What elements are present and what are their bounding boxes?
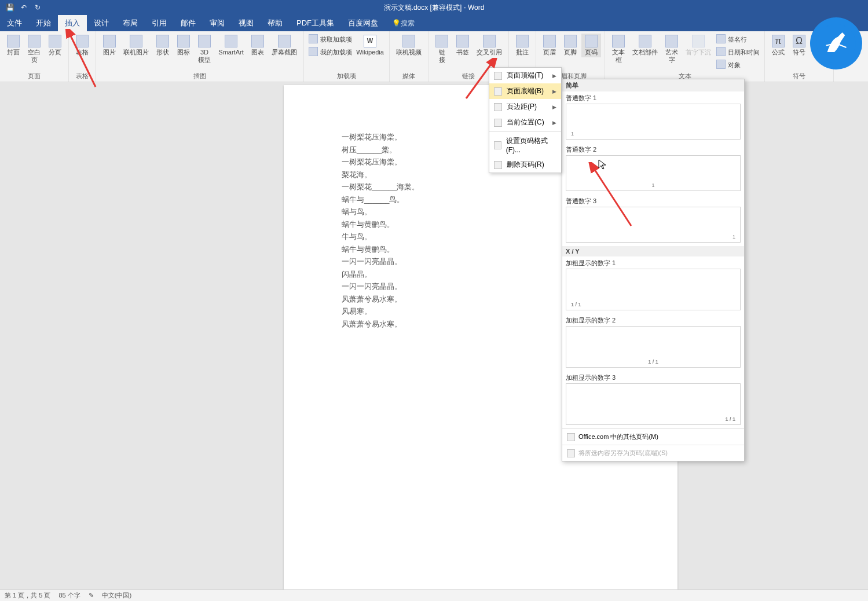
online-pics-button[interactable]: 联机图片 xyxy=(120,34,152,65)
tab-review[interactable]: 审阅 xyxy=(203,15,232,31)
tab-pdf-tools[interactable]: PDF工具集 xyxy=(290,15,341,31)
icons-button[interactable]: 图标 xyxy=(174,34,193,65)
wikipedia-button[interactable]: WWikipedia xyxy=(354,34,386,58)
online-video-button[interactable]: 联机视频 xyxy=(393,34,424,57)
gallery-save-selection: 将所选内容另存为页码(底端)(S) xyxy=(562,445,744,461)
menu-top-of-page[interactable]: 页面顶端(T)▶ xyxy=(489,68,561,83)
object-button[interactable]: 对象 xyxy=(715,59,761,71)
gallery-more-office[interactable]: Office.com 中的其他页码(M) xyxy=(562,428,744,445)
wordart-button[interactable]: 艺术字 xyxy=(662,34,682,71)
tab-help[interactable]: 帮助 xyxy=(261,15,290,31)
symbol-button[interactable]: Ω符号 xyxy=(789,34,809,57)
tab-mailings[interactable]: 邮件 xyxy=(174,15,203,31)
ribbon: 封面 空白页 分页 页面 表格 表格 图片 联机图片 形状 图标 3D 模型 S… xyxy=(0,31,868,82)
gallery-plain-1[interactable]: 1 xyxy=(566,104,741,140)
page-top-icon xyxy=(494,72,502,80)
group-media: 联机视频 媒体 xyxy=(390,31,428,82)
page-number-button[interactable]: 页码 xyxy=(581,34,601,57)
textbox-button[interactable]: 文本框 xyxy=(609,34,628,71)
page-break-button[interactable]: 分页 xyxy=(45,34,65,65)
tell-me-search[interactable]: 💡 搜索 xyxy=(392,15,415,31)
save-icon[interactable]: 💾 xyxy=(6,3,14,12)
page-margin-icon xyxy=(494,103,502,111)
status-spellcheck-icon[interactable]: ✎ xyxy=(89,592,94,599)
status-language[interactable]: 中文(中国) xyxy=(102,591,131,600)
gallery-section-xy: X / Y xyxy=(562,246,744,256)
smartart-button[interactable]: SmartArt xyxy=(215,34,247,65)
remove-icon xyxy=(494,161,502,169)
pictures-button[interactable]: 图片 xyxy=(100,34,119,65)
group-tables: 表格 表格 xyxy=(69,31,96,82)
quickparts-button[interactable]: 文档部件 xyxy=(629,34,661,71)
tab-references[interactable]: 引用 xyxy=(145,15,174,31)
tab-baidu[interactable]: 百度网盘 xyxy=(341,15,385,31)
format-icon xyxy=(494,141,501,149)
undo-icon[interactable]: ↶ xyxy=(20,3,28,12)
blank-page-button[interactable]: 空白页 xyxy=(24,34,44,65)
menu-bottom-of-page[interactable]: 页面底端(B)▶ xyxy=(489,83,561,99)
menu-remove-page-numbers[interactable]: 删除页码(R) xyxy=(489,157,561,173)
chart-button[interactable]: 图表 xyxy=(248,34,268,65)
page-number-gallery: 简单 普通数字 1 1 普通数字 2 1 普通数字 3 1 X / Y 加粗显示… xyxy=(562,79,745,461)
group-pages: 封面 空白页 分页 页面 xyxy=(0,31,69,82)
gallery-bold-2[interactable]: 1 / 1 xyxy=(566,326,741,368)
save-selection-icon xyxy=(567,449,575,457)
quick-access-toolbar: 💾 ↶ ↻ xyxy=(0,3,42,12)
page-number-menu: 页面顶端(T)▶ 页面底端(B)▶ 页边距(P)▶ 当前位置(C)▶ 设置页码格… xyxy=(489,67,562,173)
tab-home[interactable]: 开始 xyxy=(29,15,58,31)
redo-icon[interactable]: ↻ xyxy=(34,3,42,12)
table-button[interactable]: 表格 xyxy=(72,34,92,57)
page-bottom-icon xyxy=(494,87,502,96)
bookmark-button[interactable]: 书签 xyxy=(453,34,473,65)
gallery-bold-1[interactable]: 1 / 1 xyxy=(566,269,741,310)
window-title: 演示文稿.docx [兼容模式] - Word xyxy=(384,3,485,13)
crossref-button[interactable]: 交叉引用 xyxy=(474,34,505,65)
equation-button[interactable]: π公式 xyxy=(768,34,788,57)
office-icon xyxy=(567,433,575,441)
mouse-cursor-icon xyxy=(598,159,607,173)
menu-current-position[interactable]: 当前位置(C)▶ xyxy=(489,115,561,130)
screenshot-button[interactable]: 屏幕截图 xyxy=(269,34,300,65)
gallery-section-simple: 简单 xyxy=(562,79,744,91)
link-button[interactable]: 链 接 xyxy=(432,34,452,65)
shapes-button[interactable]: 形状 xyxy=(153,34,173,65)
tab-view[interactable]: 视图 xyxy=(232,15,261,31)
gallery-plain-2[interactable]: 1 xyxy=(566,155,741,191)
3d-models-button[interactable]: 3D 模型 xyxy=(195,34,214,65)
group-addins: 获取加载项 我的加载项 WWikipedia 加载项 xyxy=(304,31,390,82)
my-addins-button[interactable]: 我的加载项 xyxy=(307,46,353,58)
tab-layout[interactable]: 布局 xyxy=(116,15,145,31)
gallery-plain-3[interactable]: 1 xyxy=(566,207,741,243)
tab-design[interactable]: 设计 xyxy=(87,15,116,31)
date-time-button[interactable]: 日期和时间 xyxy=(715,46,761,58)
comment-button[interactable]: 批注 xyxy=(512,34,532,57)
tab-insert[interactable]: 插入 xyxy=(58,15,87,31)
footer-button[interactable]: 页脚 xyxy=(561,34,580,57)
status-page[interactable]: 第 1 页，共 5 页 xyxy=(5,591,50,600)
tab-file[interactable]: 文件 xyxy=(0,15,29,31)
menu-format-page-numbers[interactable]: 设置页码格式(F)... xyxy=(489,133,561,157)
dropcap-button[interactable]: 首字下沉 xyxy=(683,34,714,71)
get-addins-button[interactable]: 获取加载项 xyxy=(307,34,353,45)
signature-line-button[interactable]: 签名行 xyxy=(715,34,761,45)
cover-page-button[interactable]: 封面 xyxy=(3,34,23,65)
menu-page-margins[interactable]: 页边距(P)▶ xyxy=(489,99,561,115)
group-text: 文本框 文档部件 艺术字 首字下沉 签名行 日期和时间 对象 文本 xyxy=(605,31,765,82)
title-bar: 💾 ↶ ↻ 演示文稿.docx [兼容模式] - Word xyxy=(0,0,868,15)
watermark-logo xyxy=(810,17,862,69)
status-words[interactable]: 85 个字 xyxy=(58,591,80,600)
ribbon-tabs: 文件 开始 插入 设计 布局 引用 邮件 审阅 视图 帮助 PDF工具集 百度网… xyxy=(0,15,868,31)
status-bar: 第 1 页，共 5 页 85 个字 ✎ 中文(中国) xyxy=(0,589,868,601)
current-pos-icon xyxy=(494,119,502,127)
search-icon: 💡 xyxy=(392,19,401,27)
header-button[interactable]: 页眉 xyxy=(540,34,559,57)
group-illustrations: 图片 联机图片 形状 图标 3D 模型 SmartArt 图表 屏幕截图 插图 xyxy=(96,31,304,82)
gallery-bold-3[interactable]: 1 / 1 xyxy=(566,383,741,425)
